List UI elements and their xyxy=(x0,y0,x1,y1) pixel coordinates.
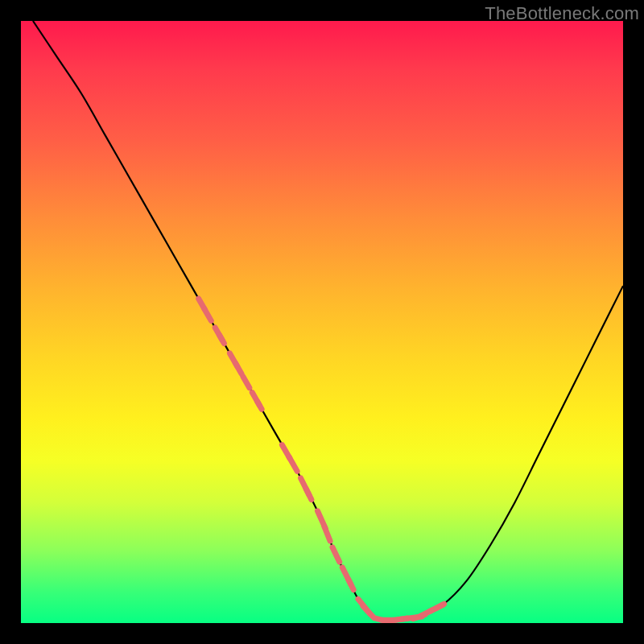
curve-marker xyxy=(436,604,444,608)
curve-marker xyxy=(243,377,250,388)
curve-marker xyxy=(204,309,211,320)
curve-marker xyxy=(258,401,262,409)
curve-markers xyxy=(199,299,444,621)
bottleneck-curve-svg xyxy=(21,21,623,623)
curve-marker xyxy=(332,547,340,562)
chart-frame: TheBottleneck.com xyxy=(0,0,644,644)
curve-marker xyxy=(349,580,353,590)
curve-marker xyxy=(220,335,225,343)
curve-marker xyxy=(306,489,312,499)
curve-marker xyxy=(324,526,330,541)
curve-marker xyxy=(289,456,297,471)
chart-plot-area xyxy=(21,21,623,623)
curve-marker xyxy=(235,363,242,374)
